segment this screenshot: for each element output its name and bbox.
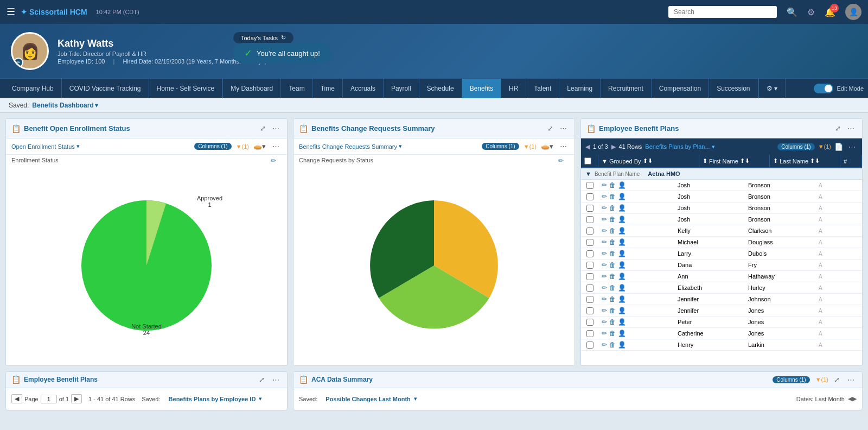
row-checkbox[interactable]	[586, 273, 593, 280]
cr-columns-badge[interactable]: Columns (1)	[482, 143, 519, 150]
delete-row-icon[interactable]: 🗑	[609, 307, 616, 314]
bottom-ep-expand[interactable]: ⤢	[257, 375, 267, 385]
person-row-icon[interactable]: 👤	[618, 341, 626, 349]
row-checkbox[interactable]	[586, 227, 593, 235]
aca-dates-arrows[interactable]: ◀▶	[848, 395, 857, 402]
nav-benefits[interactable]: Benefits	[462, 79, 501, 98]
delete-row-icon[interactable]: 🗑	[609, 204, 616, 212]
person-row-icon[interactable]: 👤	[618, 318, 626, 326]
delete-row-icon[interactable]: 🗑	[609, 341, 616, 349]
person-row-icon[interactable]: 👤	[618, 193, 626, 200]
more-options-icon[interactable]: ⋯	[270, 123, 282, 134]
row-checkbox[interactable]	[586, 342, 593, 349]
person-row-icon[interactable]: 👤	[618, 261, 626, 269]
enrollment-sub-dropdown[interactable]: Open Enrollment Status ▾	[11, 143, 80, 150]
aca-filter-icon[interactable]: ▼(1)	[815, 376, 828, 383]
row-checkbox[interactable]	[586, 205, 593, 212]
nav-home-self-service[interactable]: Home - Self Service	[149, 79, 223, 98]
nav-settings[interactable]: ⚙ ▾	[759, 79, 786, 98]
refresh-icon[interactable]: ↻	[281, 34, 286, 41]
person-row-icon[interactable]: 👤	[618, 330, 626, 337]
aca-saved-dropdown[interactable]: ▾	[414, 395, 417, 402]
enrollment-columns-badge[interactable]: Columns (1)	[194, 143, 231, 150]
aca-columns-badge[interactable]: Columns (1)	[773, 376, 809, 383]
row-checkbox[interactable]	[586, 330, 593, 337]
edit-row-icon[interactable]: ✏	[602, 238, 607, 246]
saved-dropdown-icon[interactable]: ▾	[95, 102, 98, 109]
nav-schedule[interactable]: Schedule	[419, 79, 462, 98]
edit-row-icon[interactable]: ✏	[602, 307, 607, 314]
person-row-icon[interactable]: 👤	[618, 295, 626, 303]
row-checkbox[interactable]	[586, 319, 593, 326]
nav-accruals[interactable]: Accruals	[343, 79, 384, 98]
delete-row-icon[interactable]: 🗑	[609, 261, 616, 269]
edit-row-icon[interactable]: ✏	[602, 273, 607, 280]
cr-more-icon[interactable]: ⋯	[558, 141, 569, 151]
row-checkbox[interactable]	[586, 250, 593, 257]
person-row-icon[interactable]: 👤	[618, 273, 626, 280]
th-first-name[interactable]: ⬆ First Name ⬆⬇	[699, 155, 770, 167]
th-grouped-by[interactable]: ▼ Grouped By ⬆⬇	[598, 155, 699, 167]
enrollment-filter-icon[interactable]: ▼(1)	[236, 143, 249, 150]
delete-row-icon[interactable]: 🗑	[609, 227, 616, 235]
cr-expand-icon[interactable]: ⤢	[545, 123, 556, 134]
row-checkbox[interactable]	[586, 193, 593, 200]
search-icon[interactable]: 🔍	[787, 7, 797, 17]
bottom-ep-more[interactable]: ⋯	[270, 375, 282, 385]
saved-plans-link[interactable]: Benefits Plans by Employee ID	[169, 396, 256, 402]
profile-avatar[interactable]: 👩 ✏	[11, 32, 49, 70]
delete-row-icon[interactable]: 🗑	[609, 250, 616, 257]
aca-saved-link[interactable]: Possible Changes Last Month	[326, 396, 410, 402]
edit-mode-toggle[interactable]: Edit Mode	[814, 84, 864, 93]
bp-expand-icon[interactable]: ⤢	[833, 123, 843, 134]
row-checkbox[interactable]	[586, 262, 593, 269]
edit-row-icon[interactable]: ✏	[602, 341, 607, 349]
expand-icon[interactable]: ⤢	[258, 123, 268, 134]
nav-team[interactable]: Team	[281, 79, 312, 98]
person-row-icon[interactable]: 👤	[618, 204, 626, 212]
row-checkbox[interactable]	[586, 239, 593, 246]
enrollment-chart-icon[interactable]: 🥧▾	[253, 142, 266, 150]
person-row-icon[interactable]: 👤	[618, 250, 626, 257]
edit-row-icon[interactable]: ✏	[602, 284, 607, 292]
nav-hr[interactable]: HR	[501, 79, 526, 98]
edit-row-icon[interactable]: ✏	[602, 181, 607, 189]
next-page-btn[interactable]: ▶	[71, 394, 82, 403]
notifications-bell[interactable]: 🔔 13	[825, 7, 835, 17]
person-row-icon[interactable]: 👤	[618, 284, 626, 292]
bp-export-icon[interactable]: 📄	[834, 143, 843, 151]
nav-succession[interactable]: Succession	[709, 79, 758, 98]
edit-row-icon[interactable]: ✏	[602, 330, 607, 337]
row-checkbox[interactable]	[586, 296, 593, 303]
edit-row-icon[interactable]: ✏	[602, 193, 607, 200]
edit-row-icon[interactable]: ✏	[602, 261, 607, 269]
cr-more-options-icon[interactable]: ⋯	[558, 123, 569, 134]
nav-learning[interactable]: Learning	[559, 79, 601, 98]
nav-my-dashboard[interactable]: My Dashboard	[223, 79, 281, 98]
edit-row-icon[interactable]: ✏	[602, 204, 607, 212]
nav-company-hub[interactable]: Company Hub	[4, 79, 62, 98]
hamburger-icon[interactable]: ☰	[7, 6, 15, 18]
bp-filter-icon[interactable]: ▼(1)	[818, 143, 831, 150]
bp-more-btn[interactable]: ⋯	[846, 142, 858, 152]
delete-row-icon[interactable]: 🗑	[609, 284, 616, 292]
delete-row-icon[interactable]: 🗑	[609, 273, 616, 280]
saved-dashboard-link[interactable]: Benefits Dashboard	[32, 102, 93, 109]
person-row-icon[interactable]: 👤	[618, 216, 626, 223]
delete-row-icon[interactable]: 🗑	[609, 181, 616, 189]
edit-row-icon[interactable]: ✏	[602, 318, 607, 326]
nav-covid[interactable]: COVID Vaccine Tracking	[62, 79, 149, 98]
edit-row-icon[interactable]: ✏	[602, 295, 607, 303]
edit-row-icon[interactable]: ✏	[602, 250, 607, 257]
delete-row-icon[interactable]: 🗑	[609, 216, 616, 223]
next-page-icon[interactable]: ▶	[611, 143, 616, 150]
first-page-btn[interactable]: ◀	[11, 394, 22, 403]
plan-dropdown[interactable]: Benefits Plans by Plan... ▾	[645, 143, 714, 150]
nav-time[interactable]: Time	[313, 79, 343, 98]
cr-sub-dropdown[interactable]: Benefits Change Requests Summary ▾	[299, 143, 402, 150]
row-checkbox[interactable]	[586, 216, 593, 223]
nav-compensation[interactable]: Compensation	[652, 79, 709, 98]
tasks-label[interactable]: Today's Tasks ↻	[233, 32, 293, 43]
delete-row-icon[interactable]: 🗑	[609, 318, 616, 326]
delete-row-icon[interactable]: 🗑	[609, 238, 616, 246]
